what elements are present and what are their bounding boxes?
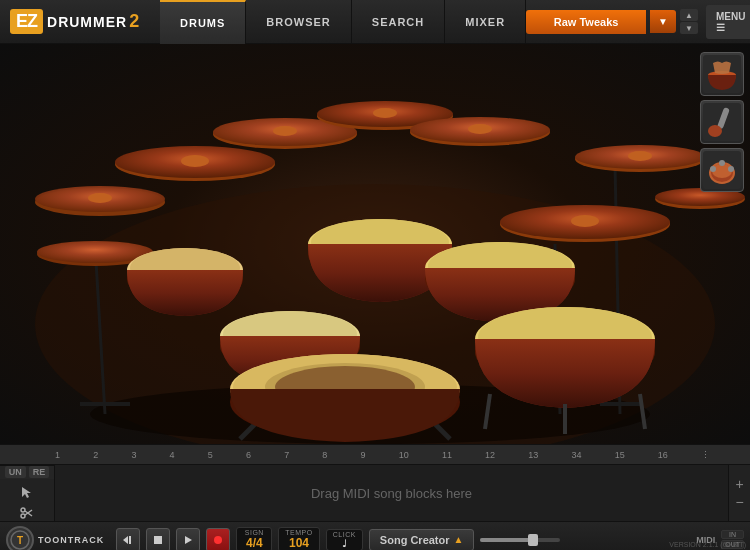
tl-6: 6 (246, 450, 251, 460)
midi-content: UN RE Drag MIDI song blocks here + (0, 465, 750, 521)
tl-3: 3 (131, 450, 136, 460)
song-creator-arrow-icon: ▲ (454, 534, 464, 545)
zoom-out-btn[interactable]: − (735, 495, 743, 509)
tl-11: 11 (442, 450, 452, 460)
svg-point-25 (468, 124, 492, 134)
svg-marker-78 (123, 536, 128, 544)
svg-marker-71 (22, 487, 31, 498)
svg-rect-80 (154, 536, 162, 544)
svg-point-70 (719, 160, 725, 166)
svg-point-16 (181, 155, 209, 167)
tl-13: 13 (528, 450, 538, 460)
tempo-label: Tempo (285, 529, 312, 536)
tl-15: 15 (615, 450, 625, 460)
version-text: VERSION 2.1.1 (64-BIT) (669, 541, 746, 548)
kit-piece-2-btn[interactable] (700, 100, 744, 144)
tl-9: 9 (361, 450, 366, 460)
logo-ez: EZ (10, 9, 43, 34)
zoom-buttons: + − (728, 465, 750, 521)
svg-point-69 (728, 166, 734, 172)
midi-in-btn[interactable]: IN (721, 530, 744, 539)
preset-dropdown[interactable]: Raw Tweaks (526, 10, 646, 34)
tab-search[interactable]: SEARCH (352, 0, 445, 44)
midi-timeline: 1 2 3 4 5 6 7 8 9 10 11 12 13 34 15 16 ⋮ (0, 445, 750, 465)
up-down-btns: ▲ ▼ (680, 9, 698, 34)
toontrack-circle-icon: T (6, 526, 34, 551)
tab-browser[interactable]: BROWSER (246, 0, 351, 44)
tl-more: ⋮ (701, 450, 710, 460)
volume-slider-area (480, 538, 560, 542)
logo-2: 2 (129, 11, 139, 32)
tl-5: 5 (208, 450, 213, 460)
tl-1: 1 (55, 450, 60, 460)
tl-16: 16 (658, 450, 668, 460)
svg-point-72 (21, 508, 25, 512)
tempo-box: Tempo 104 (278, 527, 319, 550)
volume-slider[interactable] (480, 538, 560, 542)
svg-point-31 (628, 151, 652, 161)
time-signature-box: Sign 4/4 (236, 527, 272, 550)
nav-tabs: DRUMS BROWSER SEARCH MIXER (160, 0, 526, 44)
midi-area: 1 2 3 4 5 6 7 8 9 10 11 12 13 34 15 16 ⋮… (0, 444, 750, 550)
toontrack-name: TOONTRACK (38, 535, 104, 545)
tempo-value: 104 (289, 536, 309, 550)
undo-button[interactable]: UN (5, 466, 26, 478)
side-buttons (700, 52, 744, 192)
midi-tools: UN RE (0, 465, 55, 521)
kit-piece-1-btn[interactable] (700, 52, 744, 96)
kit-piece-3-btn[interactable] (700, 148, 744, 192)
stop-button[interactable] (146, 528, 170, 551)
menu-button[interactable]: MENU ☰ (706, 5, 750, 39)
svg-point-73 (21, 514, 25, 518)
click-box[interactable]: Click ♩ (326, 529, 363, 551)
sign-value: 4/4 (246, 536, 263, 550)
tl-7: 7 (284, 450, 289, 460)
midi-drop-text: Drag MIDI song blocks here (311, 486, 472, 501)
svg-point-68 (710, 166, 716, 172)
preset-up-btn[interactable]: ▲ (680, 9, 698, 21)
tl-4: 4 (170, 450, 175, 460)
tl-12: 12 (485, 450, 495, 460)
click-label: Click (333, 531, 356, 538)
midi-drop-zone[interactable]: Drag MIDI song blocks here (55, 465, 728, 521)
preset-arrow[interactable]: ▼ (650, 10, 676, 33)
record-button[interactable] (206, 528, 230, 551)
svg-point-19 (273, 126, 297, 136)
svg-point-82 (214, 536, 222, 544)
click-icon: ♩ (342, 538, 347, 549)
svg-point-28 (571, 215, 599, 227)
drum-kit-view (0, 44, 750, 444)
preset-down-btn[interactable]: ▼ (680, 22, 698, 34)
tl-8: 8 (322, 450, 327, 460)
song-creator-button[interactable]: Song Creator ▲ (369, 529, 475, 551)
timeline-numbers: 1 2 3 4 5 6 7 8 9 10 11 12 13 34 15 16 ⋮ (55, 450, 710, 460)
svg-marker-81 (185, 536, 192, 544)
svg-point-22 (373, 108, 397, 118)
drum-area (0, 44, 750, 444)
svg-rect-79 (129, 536, 131, 544)
zoom-in-btn[interactable]: + (735, 477, 743, 491)
scissors-tool-btn[interactable] (17, 506, 37, 521)
undo-redo-bar: UN RE (0, 465, 54, 479)
volume-thumb[interactable] (528, 534, 538, 546)
tl-2: 2 (93, 450, 98, 460)
logo-drummer: DRUMMER (47, 14, 127, 30)
logo-area: EZ DRUMMER 2 (0, 9, 160, 34)
redo-button[interactable]: RE (29, 466, 50, 478)
top-bar: EZ DRUMMER 2 DRUMS BROWSER SEARCH MIXER … (0, 0, 750, 44)
svg-point-64 (708, 125, 722, 137)
tl-10: 10 (399, 450, 409, 460)
preset-area: Raw Tweaks ▼ ▲ ▼ MENU ☰ (526, 5, 750, 39)
tab-mixer[interactable]: MIXER (445, 0, 526, 44)
svg-point-13 (88, 193, 112, 203)
svg-text:T: T (17, 535, 23, 546)
tab-drums[interactable]: DRUMS (160, 0, 246, 44)
toontrack-logo: T TOONTRACK (6, 526, 104, 551)
rewind-button[interactable] (116, 528, 140, 551)
sign-label: Sign (245, 529, 264, 536)
tl-14: 34 (571, 450, 581, 460)
select-tool-btn[interactable] (17, 485, 37, 500)
transport-bar: T TOONTRACK (0, 521, 750, 550)
song-creator-label: Song Creator (380, 534, 450, 546)
play-button[interactable] (176, 528, 200, 551)
